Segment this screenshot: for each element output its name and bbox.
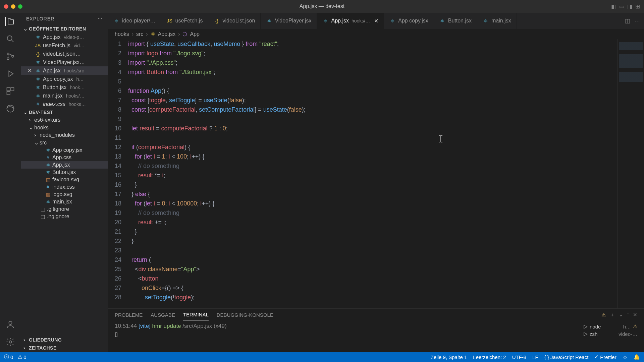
file-name: videoList.json… — [43, 51, 81, 57]
status-feedback-icon[interactable]: ☺ — [623, 354, 628, 360]
open-editor-item[interactable]: ✕ ⚛ main.jsx hooks/… — [21, 92, 108, 100]
close-window-button[interactable] — [4, 4, 8, 9]
tree-item[interactable]: ⬚.gitignore — [21, 205, 108, 213]
open-editor-item[interactable]: ✕ ⚛ App.jsx video-p… — [21, 33, 108, 41]
svg-icon: ▧ — [45, 192, 51, 197]
chevron-right-icon: › — [178, 31, 180, 37]
activity-search[interactable] — [6, 34, 15, 44]
open-editors-header[interactable]: ⌄ GEÖFFNETE EDITOREN — [21, 25, 108, 33]
svg-point-9 — [9, 341, 12, 343]
editor-tab[interactable]: ⚛ VideoPlayer.jsx — [261, 13, 317, 29]
traffic-lights — [4, 4, 22, 9]
code-content[interactable]: import { useState, useCallback, useMemo … — [128, 39, 617, 308]
editor-tab[interactable]: ⚛ main.jsx — [477, 13, 517, 29]
close-tab-icon[interactable]: ✕ — [374, 18, 378, 24]
editor-tab[interactable]: JS useFetch.js — [161, 13, 209, 29]
editor-tab[interactable]: ⚛ Button.jsx — [434, 13, 477, 29]
activity-account[interactable] — [6, 320, 15, 329]
open-editor-item[interactable]: ✕ {} videoList.json… — [21, 50, 108, 58]
terminal-task[interactable]: ▷ zsh video-… — [584, 330, 637, 338]
tree-item[interactable]: ⬚.hgignore — [21, 213, 108, 220]
status-prettier[interactable]: ✓ Prettier — [594, 354, 616, 360]
new-terminal-icon[interactable]: ＋ — [610, 312, 615, 318]
tree-item[interactable]: ▧logo.svg — [21, 191, 108, 198]
breadcrumbs[interactable]: hooks › src › ⚛ App.jsx › ⬡ App — [108, 29, 644, 39]
status-language[interactable]: { } JavaScript React — [544, 354, 589, 360]
close-panel-icon[interactable]: ✕ — [633, 312, 637, 318]
open-editor-item[interactable]: ✕ ⚛ App.jsx hooks/src — [21, 66, 108, 75]
timeline-header[interactable]: › ZEITACHSE — [21, 344, 108, 352]
tree-label: index.css — [52, 184, 75, 190]
layout-sidebar-right-icon[interactable]: ◨ — [627, 3, 633, 10]
chevron-down-icon[interactable]: ⌄ — [619, 312, 623, 318]
tree-label: es6-exkurs — [34, 117, 60, 123]
tree-item[interactable]: ⚛App copy.jsx — [21, 146, 108, 154]
project-header[interactable]: ⌄ DEV-TEST — [21, 108, 108, 116]
tree-item[interactable]: ▧favicon.svg — [21, 176, 108, 183]
breadcrumb-part[interactable]: hooks — [115, 31, 129, 37]
split-editor-icon[interactable]: ◫ — [625, 17, 630, 24]
status-bell-icon[interactable]: 🔔 — [634, 354, 640, 360]
panel-tab-probleme[interactable]: PROBLEME — [115, 309, 143, 320]
tree-item[interactable]: ⚛Button.jsx — [21, 169, 108, 176]
activity-explorer[interactable] — [5, 17, 15, 26]
panel-tab-ausgabe[interactable]: AUSGABE — [151, 309, 175, 320]
open-editor-item[interactable]: ✕ ⚛ VideoPlayer.jsx… — [21, 58, 108, 66]
more-actions-icon[interactable]: ⋯ — [634, 17, 640, 24]
minimize-window-button[interactable] — [11, 4, 15, 9]
svg-point-7 — [7, 105, 14, 112]
layout-sidebar-left-icon[interactable]: ◧ — [611, 3, 616, 10]
layout-panel-icon[interactable]: ▭ — [619, 3, 625, 10]
terminal-cursor: ▯ — [115, 331, 584, 338]
panel-tab-debugging-konsole[interactable]: DEBUGGING-KONSOLE — [217, 309, 273, 320]
status-cursor-position[interactable]: Zeile 9, Spalte 1 — [431, 354, 467, 360]
status-eol[interactable]: LF — [532, 354, 538, 360]
maximize-panel-icon[interactable]: ˆ — [627, 312, 629, 318]
tree-item[interactable]: ›node_modules — [21, 131, 108, 139]
react-icon: ⚛ — [266, 18, 272, 23]
breadcrumb-part[interactable]: App.jsx — [158, 31, 175, 37]
code-editor[interactable]: 1234567891011121314151617181920212223242… — [108, 39, 644, 308]
tree-item[interactable]: ›es6-exkurs — [21, 116, 108, 124]
close-icon[interactable]: ✕ — [28, 67, 33, 74]
warning-icon[interactable]: ⚠ — [601, 312, 606, 318]
terminal-task[interactable]: ▷ node h… ⚠ — [584, 323, 637, 330]
status-indent[interactable]: Leerzeichen: 2 — [473, 354, 506, 360]
tree-item[interactable]: #App.css — [21, 154, 108, 161]
outline-header[interactable]: › GLIEDERUNG — [21, 336, 108, 344]
tree-label: favicon.svg — [52, 177, 79, 183]
editor-tab[interactable]: ⚛ ideo-player/… — [108, 13, 161, 29]
tab-label: main.jsx — [491, 18, 511, 24]
tree-item[interactable]: ⚛main.jsx — [21, 198, 108, 205]
tree-item[interactable]: ⌄hooks — [21, 124, 108, 131]
open-editor-item[interactable]: ✕ ⚛ App copy.jsx h… — [21, 75, 108, 83]
sidebar-more-icon[interactable]: ⋯ — [98, 16, 103, 21]
panel-tab-terminal[interactable]: TERMINAL — [183, 309, 209, 320]
status-warnings[interactable]: ⚠ 0 — [18, 354, 26, 360]
activity-debug[interactable] — [6, 69, 15, 78]
status-encoding[interactable]: UTF-8 — [512, 354, 527, 360]
open-editor-item[interactable]: ✕ JS useFetch.js vid… — [21, 41, 108, 50]
activity-extensions[interactable] — [6, 86, 15, 96]
chevron-icon: ⌄ — [29, 124, 33, 131]
tree-item[interactable]: ⌄src — [21, 139, 108, 146]
maximize-window-button[interactable] — [18, 4, 22, 9]
layout-customize-icon[interactable]: ⊞ — [635, 3, 640, 10]
activity-edge[interactable] — [6, 104, 15, 113]
editor-tab[interactable]: {} videoList.json — [208, 13, 261, 29]
tree-item[interactable]: #index.css — [21, 183, 108, 191]
open-editor-item[interactable]: ✕ # index.css hooks… — [21, 100, 108, 108]
editor-tab[interactable]: ⚛ App.jsx hooks/… ✕ — [317, 13, 384, 29]
activity-settings[interactable] — [6, 337, 15, 347]
terminal[interactable]: 10:51:44 [vite] hmr update /src/App.jsx … — [108, 321, 644, 340]
breadcrumb-part[interactable]: src — [136, 31, 143, 37]
breadcrumb-part[interactable]: App — [190, 31, 199, 37]
open-editor-item[interactable]: ✕ ⚛ Button.jsx hook… — [21, 83, 108, 92]
activity-source-control[interactable] — [6, 52, 15, 61]
minimap[interactable] — [617, 39, 644, 308]
tree-item[interactable]: ⚛App.jsx — [21, 161, 108, 169]
editor-tab[interactable]: ⚛ App copy.jsx — [384, 13, 434, 29]
status-errors[interactable]: ⓧ 0 — [4, 354, 13, 360]
react-icon: ⚛ — [439, 18, 445, 23]
tree-label: .gitignore — [47, 206, 69, 212]
